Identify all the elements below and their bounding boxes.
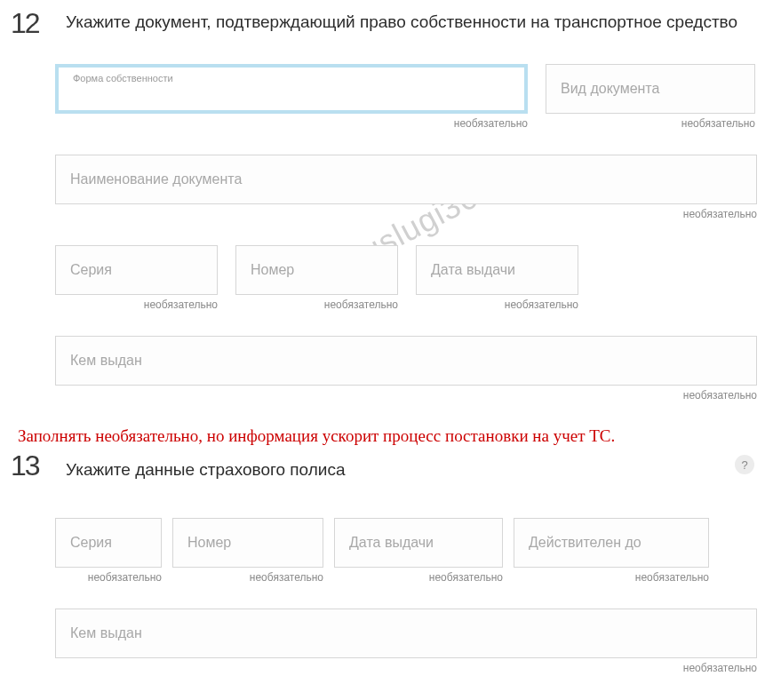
issue-date-13-placeholder: Дата выдачи	[349, 535, 434, 551]
section-12-header: 12 Укажите документ, подтверждающий прав…	[11, 9, 754, 37]
row-series-number-date: Серия необязательно Номер необязательно …	[55, 245, 754, 311]
valid-until-13-hint: необязательно	[514, 571, 709, 584]
valid-until-13-input[interactable]: Действителен до	[514, 518, 709, 568]
step-title-13: Укажите данные страхового полиса	[66, 451, 721, 482]
field-issue-date-12: Дата выдачи необязательно	[416, 245, 578, 311]
doc-type-hint: необязательно	[546, 117, 755, 130]
series-12-placeholder: Серия	[70, 262, 112, 278]
issued-by-12-placeholder: Кем выдан	[70, 353, 142, 369]
doc-name-input[interactable]: Наименование документа	[55, 155, 757, 204]
field-issued-by-12: Кем выдан необязательно	[55, 336, 757, 402]
ownership-form-label: Форма собственности	[73, 73, 510, 84]
row-ownership-doctype: Форма собственности необязательно Вид до…	[55, 64, 754, 130]
doc-name-placeholder: Наименование документа	[70, 171, 242, 187]
help-icon[interactable]: ?	[735, 455, 754, 474]
issue-date-13-input[interactable]: Дата выдачи	[334, 518, 503, 568]
field-doc-type: Вид документа необязательно	[546, 64, 755, 130]
ownership-form-input[interactable]: Форма собственности	[55, 64, 528, 114]
field-number-13: Номер необязательно	[172, 518, 323, 584]
row-issued-by-12: Кем выдан необязательно	[55, 336, 754, 402]
issue-date-13-hint: необязательно	[334, 571, 503, 584]
annotation-text: Заполнять необязательно, но информация у…	[18, 426, 754, 446]
ownership-form-hint: необязательно	[55, 117, 528, 130]
series-12-hint: необязательно	[55, 298, 218, 311]
issue-date-12-placeholder: Дата выдачи	[431, 262, 515, 278]
number-12-input[interactable]: Номер	[235, 245, 398, 295]
section-13-header: 13 Укажите данные страхового полиса ?	[11, 451, 754, 482]
step-number-12: 12	[11, 9, 66, 37]
section-13: 13 Укажите данные страхового полиса ? Се…	[11, 451, 754, 674]
issued-by-13-input[interactable]: Кем выдан	[55, 609, 757, 658]
field-valid-until-13: Действителен до необязательно	[514, 518, 709, 584]
field-issue-date-13: Дата выдачи необязательно	[334, 518, 503, 584]
series-12-input[interactable]: Серия	[55, 245, 218, 295]
section-12-body: Форма собственности необязательно Вид до…	[11, 64, 754, 402]
step-number-13: 13	[11, 451, 66, 480]
number-13-input[interactable]: Номер	[172, 518, 323, 568]
field-issued-by-13: Кем выдан необязательно	[55, 609, 757, 674]
issue-date-12-input[interactable]: Дата выдачи	[416, 245, 578, 295]
section-13-body: Серия необязательно Номер необязательно …	[11, 518, 754, 674]
section-12: 12 Укажите документ, подтверждающий прав…	[11, 9, 754, 402]
issued-by-12-hint: необязательно	[55, 389, 757, 402]
field-doc-name: Наименование документа необязательно	[55, 155, 757, 220]
valid-until-13-placeholder: Действителен до	[529, 535, 641, 551]
series-13-hint: необязательно	[55, 571, 162, 584]
doc-type-placeholder: Вид документа	[561, 81, 659, 97]
series-13-input[interactable]: Серия	[55, 518, 162, 568]
number-13-hint: необязательно	[172, 571, 323, 584]
number-13-placeholder: Номер	[187, 535, 231, 551]
field-number-12: Номер необязательно	[235, 245, 398, 311]
issued-by-13-hint: необязательно	[55, 662, 757, 674]
row-policy-top: Серия необязательно Номер необязательно …	[55, 518, 754, 584]
row-doc-name: Наименование документа необязательно	[55, 155, 754, 220]
doc-name-hint: необязательно	[55, 208, 757, 220]
field-series-13: Серия необязательно	[55, 518, 162, 584]
row-issued-by-13: Кем выдан необязательно	[55, 609, 754, 674]
number-12-placeholder: Номер	[251, 262, 294, 278]
number-12-hint: необязательно	[235, 298, 398, 311]
doc-type-input[interactable]: Вид документа	[546, 64, 755, 114]
issued-by-12-input[interactable]: Кем выдан	[55, 336, 757, 386]
issued-by-13-placeholder: Кем выдан	[70, 625, 142, 641]
issue-date-12-hint: необязательно	[416, 298, 578, 311]
field-series-12: Серия необязательно	[55, 245, 218, 311]
step-title-12: Укажите документ, подтверждающий право с…	[66, 9, 754, 35]
field-ownership-form: Форма собственности необязательно	[55, 64, 528, 130]
series-13-placeholder: Серия	[70, 535, 112, 551]
